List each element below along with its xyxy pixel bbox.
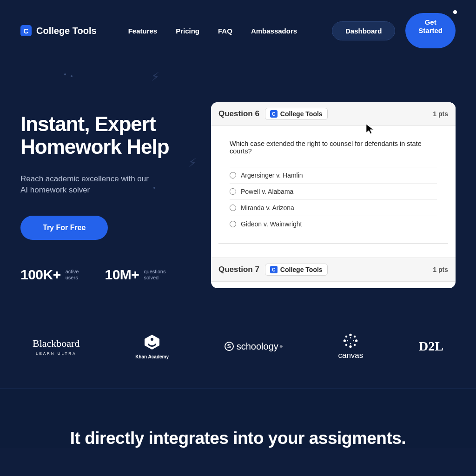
khan-label: Khan Academy xyxy=(135,354,169,359)
hero-sub-line2: AI homework solver xyxy=(20,185,90,194)
chip-logo-icon: C xyxy=(270,110,278,118)
question-number: Question 7 xyxy=(218,265,259,274)
section-2-title: It directly integrates into your assigme… xyxy=(0,429,476,448)
header: C College Tools Features Pricing FAQ Amb… xyxy=(0,0,476,61)
stat-label-line1: active xyxy=(66,269,79,274)
option-text: Argersinger v. Hamlin xyxy=(241,172,303,179)
svg-marker-0 xyxy=(145,335,159,350)
get-started-button[interactable]: Get Started xyxy=(405,13,456,48)
khan-hexagon-icon xyxy=(143,334,161,350)
question-option[interactable]: Argersinger v. Hamlin xyxy=(230,167,437,183)
stat-label-line1: questions xyxy=(144,269,165,274)
stat-label: active users xyxy=(66,269,79,281)
stat-num: 10M+ xyxy=(105,267,139,283)
try-for-free-button[interactable]: Try For Free xyxy=(20,216,108,240)
partner-canvas: canvas xyxy=(338,332,363,360)
schoology-s-icon: S xyxy=(225,342,234,351)
option-text: Powell v. Alabama xyxy=(241,188,293,195)
canvas-circle-icon xyxy=(341,332,360,349)
brand[interactable]: C College Tools xyxy=(20,25,97,36)
hero-title-line1: Instant, Expert xyxy=(20,112,156,135)
svg-point-13 xyxy=(353,340,354,342)
partner-blackboard: Blackboard LEARN ULTRA xyxy=(33,337,79,356)
partner-d2l: D2L xyxy=(419,339,443,354)
svg-point-10 xyxy=(350,337,351,338)
question-7-header: Question 7 C College Tools 1 pts xyxy=(211,258,456,282)
chip-text: College Tools xyxy=(280,266,323,273)
question-points: 1 pts xyxy=(433,266,448,273)
svg-point-3 xyxy=(350,345,352,348)
hero-left: Instant, Expert Homework Help Reach acad… xyxy=(20,112,188,288)
question-option[interactable]: Powell v. Alabama xyxy=(230,183,437,199)
registered-mark: ® xyxy=(280,344,283,349)
partner-khan: Khan Academy xyxy=(135,334,169,359)
cursor-arrow-icon xyxy=(365,123,376,135)
svg-point-8 xyxy=(345,344,348,346)
svg-point-7 xyxy=(354,336,356,338)
hero-title: Instant, Expert Homework Help xyxy=(20,112,188,159)
svg-point-12 xyxy=(347,340,349,342)
hero-title-line2: Homework Help xyxy=(20,135,169,158)
section-2: It directly integrates into your assigme… xyxy=(0,388,476,448)
option-text: Miranda v. Arizona xyxy=(241,204,294,212)
header-buttons: Dashboard Get Started xyxy=(332,13,456,48)
hero-sub-line1: Reach academic excellence with our xyxy=(20,174,149,183)
brand-name: College Tools xyxy=(36,26,97,36)
question-6-body: Which case extended the right to counsel… xyxy=(218,126,448,244)
schoology-label: schoology xyxy=(237,341,278,352)
chip-text: College Tools xyxy=(280,110,323,118)
blackboard-logo: Blackboard xyxy=(33,337,79,350)
svg-point-6 xyxy=(345,336,348,338)
svg-point-4 xyxy=(344,339,346,342)
option-text: Gideon v. Wainwright xyxy=(241,220,302,228)
college-tools-chip[interactable]: C College Tools xyxy=(265,264,328,276)
partners-row: Blackboard LEARN ULTRA Khan Academy S sc… xyxy=(0,288,476,388)
canvas-label: canvas xyxy=(338,351,363,360)
question-6-header: Question 6 C College Tools 1 pts xyxy=(211,102,456,126)
question-option[interactable]: Gideon v. Wainwright xyxy=(230,216,437,232)
question-number: Question 6 xyxy=(218,109,259,119)
svg-point-2 xyxy=(350,334,352,336)
nav-features[interactable]: Features xyxy=(128,27,158,35)
radio-icon[interactable] xyxy=(230,221,236,227)
radio-icon[interactable] xyxy=(230,172,236,178)
nav-faq[interactable]: FAQ xyxy=(218,27,232,35)
dashboard-button[interactable]: Dashboard xyxy=(332,21,395,40)
blackboard-sub: LEARN ULTRA xyxy=(36,351,77,356)
stat-label-line2: users xyxy=(66,275,78,280)
radio-icon[interactable] xyxy=(230,205,236,211)
quiz-mockup: Question 6 C College Tools 1 pts Which c… xyxy=(211,102,456,288)
partner-schoology: S schoology ® xyxy=(225,341,283,352)
stat-active-users: 100K+ active users xyxy=(20,267,79,283)
hero-section: Instant, Expert Homework Help Reach acad… xyxy=(0,61,476,288)
notification-dot-icon xyxy=(453,10,457,14)
chip-logo-icon: C xyxy=(270,266,278,273)
stat-label: questions solved xyxy=(144,269,165,281)
stats: 100K+ active users 10M+ questions solved xyxy=(20,267,188,283)
nav: Features Pricing FAQ Ambassadors xyxy=(128,27,297,35)
college-tools-chip[interactable]: C College Tools xyxy=(265,108,328,120)
question-points: 1 pts xyxy=(433,110,448,118)
question-text: Which case extended the right to counsel… xyxy=(230,140,437,155)
nav-pricing[interactable]: Pricing xyxy=(176,27,199,35)
question-option[interactable]: Miranda v. Arizona xyxy=(230,199,437,216)
svg-point-9 xyxy=(354,344,356,346)
nav-ambassadors[interactable]: Ambassadors xyxy=(251,27,297,35)
stat-num: 100K+ xyxy=(20,267,61,283)
stat-label-line2: solved xyxy=(144,275,159,280)
radio-icon[interactable] xyxy=(230,188,236,195)
stat-questions-solved: 10M+ questions solved xyxy=(105,267,166,283)
hero-subtitle: Reach academic excellence with our AI ho… xyxy=(20,173,188,196)
svg-point-5 xyxy=(355,339,357,342)
brand-logo-icon: C xyxy=(20,25,32,36)
spacer xyxy=(211,244,456,258)
svg-point-1 xyxy=(151,338,153,341)
svg-point-11 xyxy=(350,343,351,344)
